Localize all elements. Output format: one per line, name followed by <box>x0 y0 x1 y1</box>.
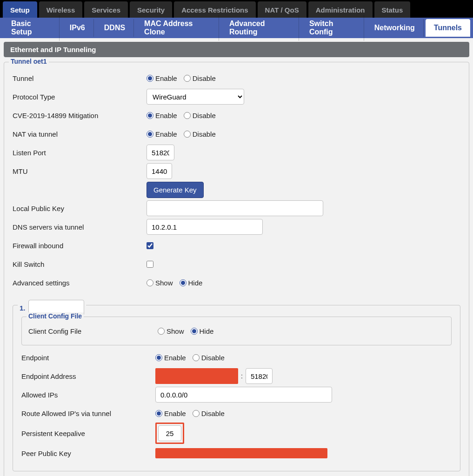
disable-label: Disable <box>193 112 216 119</box>
endpoint-label: Endpoint <box>21 354 152 362</box>
sub-tab-networking[interactable]: Networking <box>366 19 424 37</box>
client-config-fieldset: Client Config File Client Config File Sh… <box>21 317 452 345</box>
killswitch-label: Kill Switch <box>13 260 143 268</box>
mtu-label: MTU <box>13 167 143 175</box>
client-config-legend: Client Config File <box>27 312 84 320</box>
cve-enable-radio[interactable] <box>147 112 153 119</box>
dns-input[interactable] <box>147 219 263 235</box>
endpoint-disable-radio[interactable] <box>193 354 200 361</box>
nat-label: NAT via tunnel <box>13 130 143 138</box>
cve-label: CVE-2019-14899 Mitigation <box>13 112 143 119</box>
mtu-input[interactable] <box>147 163 172 179</box>
allowed-ips-input[interactable] <box>155 387 332 403</box>
sub-tab-advanced-routing[interactable]: Advanced Routing <box>221 15 299 41</box>
keepalive-label: Persistent Keepalive <box>21 430 152 437</box>
sub-tab-ipv6[interactable]: IPv6 <box>61 19 94 37</box>
enable-label: Enable <box>155 130 177 138</box>
tunnel-disable-radio[interactable] <box>184 75 191 82</box>
listen-port-input[interactable] <box>147 145 174 160</box>
endpoint-addr-redacted <box>155 368 238 384</box>
pubkey-label: Local Public Key <box>13 205 143 212</box>
peer-pubkey-redacted <box>155 448 327 458</box>
sub-tab-ddns[interactable]: DDNS <box>96 19 134 37</box>
hide-label: Hide <box>188 279 203 287</box>
killswitch-checkbox[interactable] <box>147 261 153 268</box>
sub-tabs: Basic SetupIPv6DDNSMAC Address CloneAdva… <box>0 18 473 38</box>
client-show-radio[interactable] <box>158 328 165 335</box>
top-tab-status[interactable]: Status <box>374 1 411 18</box>
enable-label: Enable <box>164 354 186 362</box>
allowed-ips-label: Allowed IPs <box>21 391 152 399</box>
sub-tab-tunnels[interactable]: Tunnels <box>426 19 470 37</box>
listen-port-label: Listen Port <box>13 149 143 157</box>
sub-tab-switch-config[interactable]: Switch Config <box>301 15 364 41</box>
route-allowed-label: Route Allowed IP's via tunnel <box>21 410 152 417</box>
sub-tab-mac-address-clone[interactable]: MAC Address Clone <box>136 15 219 41</box>
enable-label: Enable <box>155 112 177 119</box>
disable-label: Disable <box>201 354 225 362</box>
client-hide-radio[interactable] <box>191 328 198 335</box>
enable-label: Enable <box>164 410 186 417</box>
enable-label: Enable <box>155 74 177 82</box>
top-tab-services[interactable]: Services <box>84 1 128 18</box>
client-config-label: Client Config File <box>28 327 154 335</box>
show-label: Show <box>155 279 173 287</box>
nat-disable-radio[interactable] <box>184 131 191 138</box>
tunnel-label: Tunnel <box>13 74 143 82</box>
endpoint-port-sep: : <box>241 372 243 380</box>
keepalive-input[interactable] <box>158 425 181 441</box>
protocol-label: Protocol Type <box>13 93 143 101</box>
section-title: Ethernet and IP Tunneling <box>4 42 469 57</box>
endpoint-addr-label: Endpoint Address <box>21 372 152 380</box>
tunnel-legend: Tunnel oet1 <box>9 58 49 65</box>
dns-label: DNS servers via tunnel <box>13 223 143 231</box>
generate-key-button[interactable]: Generate Key <box>147 182 204 198</box>
endpoint-port-input[interactable] <box>246 368 273 384</box>
show-label: Show <box>167 327 184 335</box>
pubkey-input[interactable] <box>147 200 323 216</box>
route-disable-radio[interactable] <box>193 410 200 417</box>
endpoint-enable-radio[interactable] <box>155 354 162 361</box>
cve-disable-radio[interactable] <box>184 112 191 119</box>
firewall-checkbox[interactable] <box>147 242 153 249</box>
disable-label: Disable <box>193 74 216 82</box>
peer-pubkey-label: Peer Public Key <box>21 450 152 457</box>
disable-label: Disable <box>193 130 216 138</box>
adv-hide-radio[interactable] <box>180 279 187 286</box>
adv-show-radio[interactable] <box>147 279 153 286</box>
peer-number: 1. <box>20 304 26 312</box>
tunnel-fieldset: Tunnel oet1 Tunnel Enable Disable Protoc… <box>4 62 469 476</box>
keepalive-highlight <box>155 423 184 444</box>
nat-enable-radio[interactable] <box>147 131 153 138</box>
firewall-label: Firewall inbound <box>13 242 143 250</box>
disable-label: Disable <box>201 410 225 417</box>
hide-label: Hide <box>200 327 214 335</box>
tunnel-enable-radio[interactable] <box>147 75 153 82</box>
peer-fieldset: 1. Client Config File Client Config File… <box>13 305 460 471</box>
sub-tab-basic-setup[interactable]: Basic Setup <box>3 15 60 41</box>
protocol-select[interactable]: WireGuard <box>147 89 244 105</box>
route-enable-radio[interactable] <box>155 410 162 417</box>
advanced-label: Advanced settings <box>13 279 143 287</box>
